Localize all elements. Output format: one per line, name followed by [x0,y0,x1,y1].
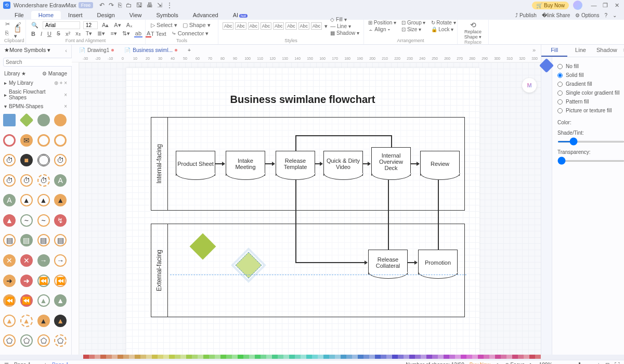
text-tool[interactable]: T Text [150,31,167,37]
shape-am[interactable]: ⬠ [37,334,50,347]
more-symbols-dropdown[interactable]: ★ More Symbols ▾‹ [0,45,71,56]
status-buy-link[interactable]: Buy Now [470,362,490,364]
bullets-icon[interactable]: ≣▾ [96,30,106,37]
clear-format-icon[interactable]: Aₓ [125,22,134,29]
shape-ad[interactable]: ⏪ [20,294,33,307]
shape-diamond[interactable] [19,113,33,127]
connector[interactable] [295,135,296,151]
opt-picture-fill[interactable]: Picture or texture fill [557,108,624,113]
decrease-font-icon[interactable]: A▾ [113,22,122,29]
box-product-sheet[interactable]: Product Sheet [176,151,215,176]
connector[interactable] [295,180,296,262]
connector[interactable] [295,135,391,136]
style-preset[interactable]: Abc [311,22,322,30]
redo-icon[interactable]: ↷ [109,2,114,9]
cut-icon[interactable]: ✂ [4,21,11,28]
layers-icon[interactable]: ◈ [496,362,500,364]
connector[interactable] [295,262,367,263]
shape-task[interactable]: ✉ [20,134,33,147]
shape-k[interactable]: ▲ [37,194,50,206]
chevron-down-icon[interactable]: ⌄ [613,12,617,18]
minimize-icon[interactable]: — [590,2,598,8]
connector[interactable] [408,262,417,263]
ai-assistant-icon[interactable]: M [522,78,537,93]
select-tool[interactable]: ▷ Select ▾ [150,22,178,29]
avatar[interactable] [573,1,582,10]
box-review[interactable]: Review [420,151,460,176]
font-size-select[interactable] [83,21,98,29]
style-preset[interactable]: Abc [248,22,259,30]
my-library-section[interactable]: ▸ My Library⊕ + × [0,79,71,87]
export-icon[interactable]: ⇲ [157,2,162,9]
shape-h[interactable]: A [54,174,67,187]
connector[interactable] [388,180,389,250]
shape-x[interactable]: → [54,254,67,267]
line-dropdown[interactable]: — Line ▾ [330,23,359,29]
opt-no-fill[interactable]: No fill [557,63,624,69]
shape-m[interactable]: ▲ [3,214,16,227]
library-label[interactable]: Library ★ [4,71,26,76]
shape-ah[interactable]: ▲ [20,315,33,327]
shape-i[interactable]: A [3,194,16,206]
page[interactable]: Business swimlane flowchart Internal-fac… [126,68,479,355]
shadow-dropdown[interactable]: ▦ Shadow ▾ [330,30,359,36]
zoom-out-icon[interactable]: − [557,362,561,364]
menu-ai[interactable]: AIhot [226,11,255,19]
superscript-icon[interactable]: x² [64,31,71,37]
shape-q[interactable]: ▤ [3,234,16,246]
page-list-icon[interactable]: ☰ [4,362,9,364]
style-preset[interactable]: Abc [223,22,233,30]
tab-line[interactable]: Line [567,45,593,57]
shade-slider[interactable] [557,141,624,142]
shape-o[interactable]: ~ [37,214,50,227]
underline-icon[interactable]: U [46,31,53,37]
copy-icon[interactable]: ⎘ [4,30,10,36]
options-link[interactable]: ⚙ Options [575,12,599,18]
transparency-slider[interactable] [557,160,624,162]
shape-circle-gray[interactable] [37,114,50,126]
style-more-icon[interactable]: ▾ [323,23,329,30]
shape-fill-tool-icon[interactable] [539,58,554,73]
section-bpmn[interactable]: ▾ BPMN-Shapes× [0,102,71,111]
style-preset[interactable]: Abc [298,22,309,30]
position-dropdown[interactable]: ⊞ Position ▾ [368,20,396,25]
connector[interactable] [411,163,419,164]
manage-button[interactable]: ⚙ Manage [42,71,67,76]
focus-button[interactable]: ⊙ Focus [505,362,525,364]
shape-g[interactable]: ⏱ [37,174,50,187]
save-icon[interactable]: 🖫 [136,2,142,9]
style-preset[interactable]: Abc [273,22,284,30]
connector[interactable] [391,135,392,147]
subscript-icon[interactable]: x₂ [74,30,82,37]
shape-ai[interactable]: ▲ [37,315,50,327]
opt-gradient-fill[interactable]: Gradient fill [557,81,624,87]
box-promotion[interactable]: Promotion [418,250,458,275]
style-preset[interactable]: Abc [235,22,246,30]
shape-circle-orange[interactable] [54,114,67,126]
increase-font-icon[interactable]: A▴ [101,22,110,29]
shape-n[interactable]: ~ [20,214,33,227]
shape-an[interactable]: ⬠ [54,334,67,347]
shape-ag[interactable]: ▲ [3,315,16,327]
lane-label-external[interactable]: External-facing [151,224,168,317]
shape-ac[interactable]: ⏪ [3,294,16,307]
align-icon[interactable]: ≡▾ [109,30,118,37]
page-dropdown-icon[interactable]: ▾ [36,362,38,364]
group-dropdown[interactable]: ⊡ Group ▾ [401,20,425,25]
menu-design[interactable]: Design [90,11,122,19]
shape-b[interactable]: ■ [20,154,33,166]
replace-shape-icon[interactable]: ⟲ [469,21,477,29]
symbol-search-input[interactable] [3,58,74,67]
italic-icon[interactable]: I [40,31,43,37]
tab-fill[interactable]: Fill [541,45,567,57]
shape-al[interactable]: ⬠ [20,334,33,347]
shape-aj[interactable]: ▲ [54,315,67,327]
shape-e[interactable]: ⏱ [3,174,16,187]
bold-icon[interactable]: B [30,31,36,37]
style-preset[interactable]: Abc [285,22,296,30]
menu-insert[interactable]: Insert [61,11,90,19]
search-font-icon[interactable]: 🔍 [30,22,40,29]
box-release-template[interactable]: Release Template [276,151,315,176]
color-strip[interactable] [0,355,624,360]
connector[interactable] [215,163,225,164]
